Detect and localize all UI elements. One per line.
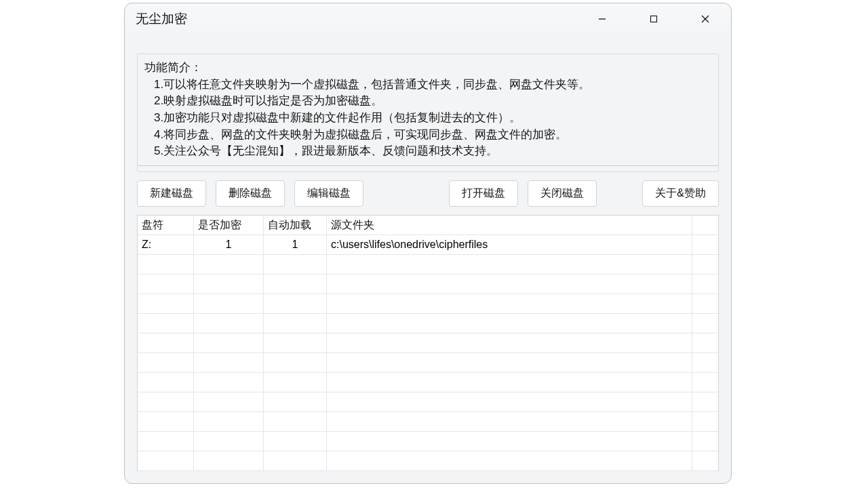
maximize-icon [650,15,658,23]
close-icon [701,14,710,24]
window-controls [593,9,723,28]
minimize-icon [598,15,606,23]
toolbar: 新建磁盘 删除磁盘 编辑磁盘 打开磁盘 关闭磁盘 关于&赞助 [137,180,719,207]
table-row[interactable]: Z: 1 1 c:\users\lifes\onedrive\cipherfil… [138,235,718,255]
col-header-autoload[interactable]: 自动加载 [264,216,327,235]
table-row [138,314,718,333]
close-button[interactable] [696,9,715,28]
table-row [138,333,718,353]
intro-line: 1.可以将任意文件夹映射为一个虚拟磁盘，包括普通文件夹，同步盘、网盘文件夹等。 [144,77,711,94]
table-row [138,373,718,392]
col-header-spacer [692,216,718,235]
intro-divider [138,165,718,166]
intro-line: 5.关注公众号【无尘混知】，跟进最新版本、反馈问题和技术支持。 [144,143,711,160]
client-area: 功能简介： 1.可以将任意文件夹映射为一个虚拟磁盘，包括普通文件夹，同步盘、网盘… [125,35,731,483]
new-disk-button[interactable]: 新建磁盘 [137,180,206,207]
svg-rect-1 [651,16,657,22]
grid-header: 盘符 是否加密 自动加载 源文件夹 [138,216,718,235]
grid-body: Z: 1 1 c:\users\lifes\onedrive\cipherfil… [138,235,718,471]
maximize-button[interactable] [644,9,663,28]
cell-autoload: 1 [264,235,327,254]
table-row [138,412,718,432]
close-disk-button[interactable]: 关闭磁盘 [528,180,597,207]
intro-heading: 功能简介： [144,60,711,77]
open-disk-button[interactable]: 打开磁盘 [449,180,518,207]
intro-panel: 功能简介： 1.可以将任意文件夹映射为一个虚拟磁盘，包括普通文件夹，同步盘、网盘… [137,54,719,172]
cell-source: c:\users\lifes\onedrive\cipherfiles [327,235,692,254]
about-button[interactable]: 关于&赞助 [642,180,719,207]
intro-line: 2.映射虚拟磁盘时可以指定是否为加密磁盘。 [144,93,711,110]
table-row [138,451,718,471]
col-header-source[interactable]: 源文件夹 [327,216,692,235]
minimize-button[interactable] [593,9,612,28]
intro-line: 4.将同步盘、网盘的文件夹映射为虚拟磁盘后，可实现同步盘、网盘文件的加密。 [144,127,711,144]
table-row [138,392,718,412]
table-row [138,255,718,274]
col-header-encrypted[interactable]: 是否加密 [194,216,264,235]
disk-grid: 盘符 是否加密 自动加载 源文件夹 Z: 1 1 c:\users\lifes\… [137,215,719,471]
table-row [138,353,718,373]
table-row [138,294,718,314]
cell-encrypted: 1 [194,235,264,254]
cell-spacer [692,235,718,254]
window-title: 无尘加密 [136,10,187,28]
table-row [138,432,718,451]
intro-line: 3.加密功能只对虚拟磁盘中新建的文件起作用（包括复制进去的文件）。 [144,110,711,127]
titlebar: 无尘加密 [125,3,731,35]
col-header-drive[interactable]: 盘符 [138,216,194,235]
edit-disk-button[interactable]: 编辑磁盘 [294,180,363,207]
delete-disk-button[interactable]: 删除磁盘 [216,180,285,207]
table-row [138,274,718,294]
app-window: 无尘加密 功能简介： 1.可以将任意文件 [124,3,732,484]
cell-drive: Z: [138,235,194,254]
